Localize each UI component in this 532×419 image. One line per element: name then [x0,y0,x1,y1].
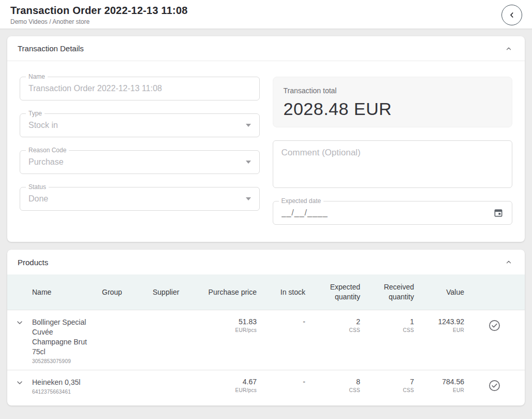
column-header-supplier: Supplier [153,287,207,297]
row-value-unit: EUR [414,327,464,333]
product-barcode: 6412375663461 [32,389,102,395]
expected-date-field[interactable]: Expected date [273,201,513,225]
expand-cell [7,378,32,387]
dropdown-caret-icon [246,161,251,164]
products-table: Name Group Supplier Purchase price In st… [7,274,525,406]
expected-quantity-value: 8 [305,378,360,386]
purchase-price-value: 4.67 [207,378,257,386]
expected-date-label: Expected date [279,197,324,205]
transaction-total-value: 2028.48 EUR [284,99,502,119]
dropdown-caret-icon [246,197,251,200]
in-stock-value: - [257,378,305,386]
column-header-in-stock: In stock [257,287,305,297]
breadcrumb: Demo Videos / Another store [10,18,522,25]
table-row: Bollinger Special Cuvée Champagne Brut 7… [7,310,525,370]
form-right-column: Transaction total 2028.48 EUR Expected d… [273,77,513,225]
column-header-purchase-price: Purchase price [207,287,257,297]
transaction-details-header: Transaction Details [7,36,525,61]
received-quantity-unit: CSS [360,387,414,393]
type-select-label: Type [26,110,45,117]
purchase-price-unit: EUR/pcs [207,327,257,333]
table-row: Heineken 0,35l 6412375663461 4.67 EUR/pc… [7,370,525,406]
status-select-label: Status [26,183,49,191]
back-button[interactable] [501,5,522,25]
row-expand-button[interactable] [16,379,24,387]
product-name: Heineken 0,35l [32,378,91,387]
row-value: 1243.92 [414,317,464,326]
column-header-received-quantity: Received quantity [360,282,414,302]
purchase-price-value: 51.83 [207,317,257,326]
expected-date-input[interactable] [282,208,494,218]
chevron-left-icon [508,11,516,19]
expand-cell [7,317,32,327]
type-select-value: Stock in [28,121,242,130]
product-barcode: 3052853075909 [32,358,102,364]
check-circle-icon [489,320,500,331]
status-cell [464,378,525,392]
page-title: Transaction Order 2022-12-13 11:08 [10,5,522,17]
transaction-details-collapse-button[interactable] [503,43,514,54]
name-field-label: Name [26,73,48,80]
column-header-name: Name [32,287,102,297]
chevron-up-icon [505,45,512,52]
transaction-total-label: Transaction total [284,86,502,95]
column-header-expected-quantity: Expected quantity [305,282,360,302]
name-field[interactable]: Name [20,77,260,100]
reason-code-select-label: Reason Code [26,147,69,154]
expected-quantity-unit: CSS [305,387,360,393]
dropdown-caret-icon [246,124,251,127]
column-header-group: Group [102,287,153,297]
products-collapse-button[interactable] [503,256,514,268]
transaction-details-card: Transaction Details Name Type Stock in [7,36,525,242]
in-stock-value: - [257,317,305,326]
product-name: Bollinger Special Cuvée Champagne Brut 7… [32,317,91,357]
purchase-price-unit: EUR/pcs [207,387,257,393]
products-title: Products [18,258,48,267]
reason-code-select[interactable]: Reason Code Purchase [20,150,260,174]
received-quantity-unit: CSS [360,327,414,333]
transaction-total-box: Transaction total 2028.48 EUR [273,77,513,127]
status-cell [464,317,525,331]
row-expand-button[interactable] [16,319,24,327]
products-header: Products [7,250,525,274]
top-bar: Transaction Order 2022-12-13 11:08 Demo … [0,0,532,29]
type-select[interactable]: Type Stock in [20,113,260,137]
calendar-icon [493,208,504,218]
transaction-details-form: Name Type Stock in Reason Code Purchase … [7,61,525,242]
status-select[interactable]: Status Done [20,187,260,211]
row-status-button[interactable] [489,380,500,392]
chevron-down-icon [16,319,24,327]
row-value: 784.56 [414,378,464,386]
received-quantity-value: 1 [360,317,414,326]
main-content: Transaction Details Name Type Stock in [0,29,532,413]
name-input[interactable] [28,84,251,93]
status-select-value: Done [28,194,242,204]
check-circle-icon [489,380,500,392]
received-quantity-value: 7 [360,378,414,386]
chevron-down-icon [16,379,24,387]
expected-quantity-value: 2 [305,317,360,326]
comment-textarea[interactable] [273,140,513,188]
reason-code-select-value: Purchase [28,157,242,167]
products-table-header-row: Name Group Supplier Purchase price In st… [7,274,525,310]
transaction-details-title: Transaction Details [18,44,84,53]
row-value-unit: EUR [414,387,464,393]
calendar-picker-button[interactable] [493,208,504,218]
row-status-button[interactable] [489,320,500,331]
chevron-up-icon [505,258,512,266]
expected-quantity-unit: CSS [305,327,360,333]
products-card: Products Name Group Supplier Purchase pr… [7,250,525,406]
column-header-value: Value [414,287,464,297]
form-left-column: Name Type Stock in Reason Code Purchase … [20,77,260,225]
